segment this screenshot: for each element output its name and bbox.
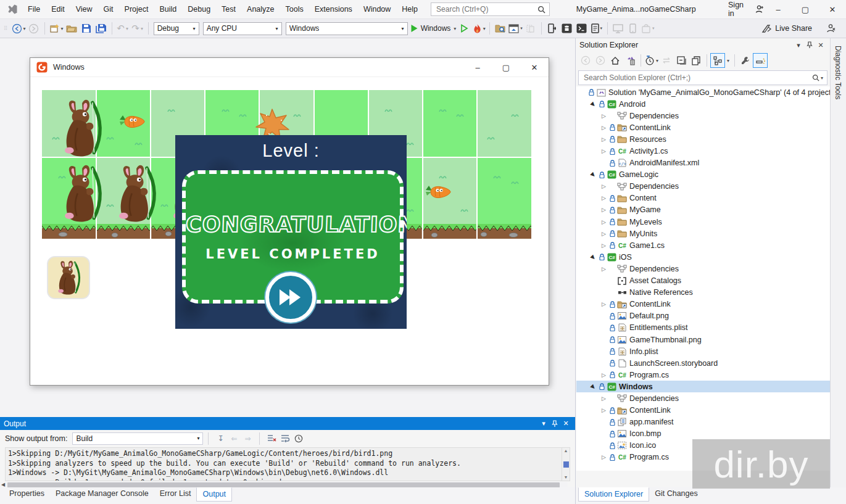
menu-debug[interactable]: Debug [182, 0, 216, 19]
tab-output[interactable]: Output [196, 487, 232, 502]
quick-search-input[interactable] [435, 4, 537, 14]
menu-analyze[interactable]: Analyze [241, 0, 280, 19]
maximize-button[interactable]: ▢ [792, 1, 819, 19]
tree-item-contentlink[interactable]: ▷ContentLink [576, 405, 830, 416]
toolbar-drag-handle[interactable]: ⠿ [4, 25, 9, 31]
tree-item-dependencies[interactable]: ▷Dependencies [576, 110, 830, 122]
navigate-forward-button[interactable] [27, 21, 41, 36]
se-pending-changes-filter-icon[interactable]: ▾ [644, 53, 659, 68]
new-project-button[interactable]: ▾ [49, 21, 64, 36]
find-in-files-button[interactable] [494, 21, 507, 36]
se-search-icon[interactable]: ▾ [812, 74, 823, 81]
se-collapse-all-icon[interactable] [674, 53, 689, 68]
menu-file[interactable]: File [22, 0, 46, 19]
hero-selector-card[interactable] [47, 256, 90, 299]
deploy-phone-button[interactable] [545, 21, 559, 36]
hot-reload-button[interactable]: ▾ [472, 21, 486, 36]
jump-to-message-icon[interactable]: ↧ [214, 432, 227, 445]
tree-item-program-cs[interactable]: ▷C#Program.cs [576, 369, 830, 381]
minimize-button[interactable]: – [765, 1, 792, 19]
solution-home-button[interactable]: ▾ [508, 21, 523, 36]
quick-search-box[interactable] [431, 2, 550, 16]
menu-test[interactable]: Test [216, 0, 241, 19]
tree-item-gamethumbnail-png[interactable]: GameThumbnail.png [576, 334, 830, 345]
output-title-bar[interactable]: Output ▾ ✕ [0, 417, 575, 430]
remote-phone-button[interactable] [626, 21, 640, 36]
se-back-icon[interactable] [578, 53, 593, 68]
tree-item-dependencies[interactable]: ▷Dependencies [576, 392, 830, 404]
search-icon[interactable] [537, 6, 545, 14]
collapsed-arrow-icon[interactable]: ▷ [600, 301, 608, 307]
solution-explorer-search-box[interactable]: ▾ [578, 70, 827, 85]
solution-explorer-search-input[interactable] [583, 73, 812, 83]
tree-item-windows[interactable]: ▶C#Windows [576, 381, 830, 392]
output-log[interactable]: 1>Skipping D:/MyGit/MyGame_AnimalGo_Mono… [5, 447, 562, 481]
tree-item-contentlink[interactable]: ▷ContentLink [576, 299, 830, 310]
redo-button[interactable]: ↷▾ [131, 21, 144, 36]
solution-explorer-close-icon[interactable]: ✕ [815, 39, 826, 51]
tree-item-icon-bmp[interactable]: Icon.bmp [576, 428, 830, 440]
timestamp-icon[interactable] [292, 432, 305, 445]
collapsed-arrow-icon[interactable]: ▷ [600, 113, 608, 119]
tree-item-dependencies[interactable]: ▷Dependencies [576, 263, 830, 275]
tab-properties[interactable]: Properties [4, 487, 50, 500]
game-window-title-bar[interactable]: Windows – ▢ ✕ [30, 58, 549, 77]
close-button[interactable]: ✕ [819, 1, 846, 19]
game-minimize-button[interactable]: – [463, 59, 492, 76]
grass-tile[interactable] [477, 90, 531, 157]
collapsed-arrow-icon[interactable]: ▷ [600, 454, 608, 460]
remote-monitor-button[interactable] [612, 21, 625, 36]
tree-item-ios[interactable]: ▶C#iOS [576, 251, 830, 263]
menu-edit[interactable]: Edit [46, 0, 70, 19]
clear-all-icon[interactable] [265, 432, 278, 445]
se-copy-icon[interactable] [689, 53, 703, 68]
menu-tools[interactable]: Tools [280, 0, 309, 19]
tree-item-gamelogic[interactable]: ▶C#GameLogic [576, 169, 830, 181]
android-adb-terminal-button[interactable] [575, 21, 589, 36]
tree-item-native-references[interactable]: Native References [576, 287, 830, 299]
se-show-all-files-icon[interactable] [710, 53, 725, 68]
collapsed-arrow-icon[interactable]: ▷ [600, 207, 608, 213]
se-preview-selected-items-icon[interactable] [753, 53, 768, 68]
grass-tile[interactable] [423, 90, 477, 157]
menu-window[interactable]: Window [358, 0, 396, 19]
next-message-icon[interactable]: ⇒ [241, 432, 254, 445]
tree-item-info-plist[interactable]: Info.plist [576, 345, 830, 357]
android-device-manager-button[interactable] [560, 21, 574, 36]
tree-item-solution-mygame-animalgo-monogamecsharp-4-of-4-projects[interactable]: Solution 'MyGame_AnimalGo_MonoGameCSharp… [576, 86, 830, 98]
sign-in-link[interactable]: Sign in [728, 1, 750, 18]
start-debugging-button[interactable]: Windows▾ [410, 21, 457, 36]
output-pin-icon[interactable] [549, 418, 560, 429]
tree-item-contentlink[interactable]: ▷ContentLink [576, 122, 830, 133]
output-close-icon[interactable]: ✕ [560, 418, 571, 429]
solution-configuration-combo[interactable]: Debug▾ [154, 22, 199, 35]
diagnostic-tools-tab[interactable]: Diagnostic Tools [830, 38, 846, 487]
output-vertical-scrollbar[interactable]: ▲ ▼ [562, 447, 570, 481]
se-home-icon[interactable] [608, 53, 623, 68]
save-button[interactable] [80, 21, 93, 36]
tree-item-mylevels[interactable]: ▷MyLevels [576, 216, 830, 228]
live-share-button[interactable]: Live Share [761, 21, 812, 36]
tree-item-android[interactable]: ▶C#Android [576, 98, 830, 110]
startup-project-combo[interactable]: Windows▾ [286, 22, 408, 35]
tree-item-content[interactable]: ▷Content [576, 192, 830, 204]
tree-item-androidmanifest-xml[interactable]: </>AndroidManifest.xml [576, 157, 830, 169]
collapsed-arrow-icon[interactable]: ▷ [600, 395, 608, 402]
solution-explorer-position-icon[interactable]: ▾ [793, 39, 804, 51]
collapsed-arrow-icon[interactable]: ▷ [600, 136, 608, 143]
word-wrap-icon[interactable] [278, 432, 292, 445]
tree-item-myunits[interactable]: ▷MyUnits [576, 228, 830, 239]
open-folder-button[interactable] [65, 21, 78, 36]
tab-git-changes[interactable]: Git Changes [649, 487, 703, 500]
menu-git[interactable]: Git [98, 0, 119, 19]
tree-item-dependencies[interactable]: ▷Dependencies [576, 181, 830, 192]
next-level-button[interactable] [265, 272, 316, 323]
tab-solution-explorer[interactable]: Solution Explorer [578, 487, 649, 502]
collapsed-arrow-icon[interactable]: ▷ [600, 219, 608, 225]
output-window-position-icon[interactable]: ▾ [538, 418, 549, 429]
collapsed-arrow-icon[interactable]: ▷ [600, 242, 608, 249]
game-close-button[interactable]: ✕ [520, 59, 549, 76]
collapsed-arrow-icon[interactable]: ▷ [600, 231, 608, 237]
menu-build[interactable]: Build [154, 0, 182, 19]
tree-item-resources[interactable]: ▷Resources [576, 133, 830, 145]
